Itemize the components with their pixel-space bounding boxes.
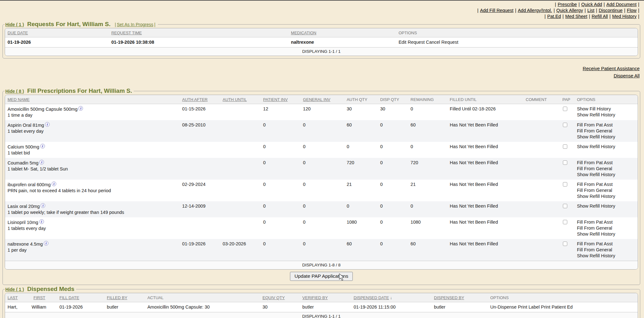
- med-row-lasix: Lasix oral 20mgi1 tablet po weekly; take…: [5, 201, 638, 217]
- nav-link-add-allergy-intol[interactable]: Add Allergy/Intol.: [518, 8, 552, 13]
- col-last[interactable]: LAST: [5, 293, 31, 302]
- nav-link-list[interactable]: List: [587, 8, 595, 13]
- patient-inv-value: 12: [261, 104, 301, 120]
- col-comment: COMMENT: [523, 95, 560, 104]
- col-patient-inv[interactable]: PATIENT INV: [261, 95, 301, 104]
- col-verified-by[interactable]: VERIFIED BY: [300, 293, 351, 302]
- med-name: Aspirin Oral 81mg: [8, 123, 44, 128]
- comment-value: [523, 239, 560, 261]
- row-options[interactable]: Fill From Pat Asst Fill From General Sho…: [575, 217, 638, 239]
- info-icon[interactable]: i: [78, 106, 83, 111]
- med-directions: PRN pain, not to exceed 4 tablets in 24 …: [8, 188, 177, 194]
- nav-link-quick-add[interactable]: Quick Add: [581, 2, 602, 7]
- info-icon[interactable]: i: [39, 219, 44, 224]
- col-auth-after[interactable]: AUTH AFTER: [180, 95, 220, 104]
- update-pap-button[interactable]: Update PAP Applications: [290, 272, 353, 281]
- col-medication[interactable]: MEDICATION: [288, 28, 396, 37]
- med-row-calcium: Calcium 500mgi1 tablet bid 0 0 0 0 0 Has…: [5, 142, 638, 158]
- col-equiv-qty[interactable]: EQUIV QTY: [260, 293, 300, 302]
- disp-qty-value: 30: [378, 104, 408, 120]
- col-general-inv[interactable]: GENERAL INV: [301, 95, 344, 104]
- general-inv-value: 0: [301, 217, 344, 239]
- dispense-all-link[interactable]: Dispense All: [0, 72, 640, 79]
- nav-link-add-document[interactable]: Add Document: [606, 2, 636, 7]
- info-icon[interactable]: i: [45, 122, 50, 127]
- pap-checkbox[interactable]: [563, 160, 567, 165]
- row-options[interactable]: Fill From Pat Asst Fill From General Sho…: [575, 180, 638, 201]
- dispensed-date-value: 01-19-2026 11:15:00: [351, 302, 432, 312]
- button-row: Update PAP Applications: [5, 270, 638, 282]
- nav-link-med-sheet[interactable]: Med Sheet: [565, 14, 587, 19]
- col-request-time[interactable]: REQUEST TIME: [109, 28, 288, 37]
- row-options[interactable]: Show Refill History: [575, 142, 638, 158]
- set-as-in-progress-link[interactable]: Set As In Progress: [117, 22, 153, 27]
- receive-patient-assistance-link[interactable]: Receive Patient Assistance: [0, 65, 640, 72]
- nav-link-med-history[interactable]: Med History: [612, 14, 636, 19]
- col-filled-by[interactable]: FILLED BY: [104, 293, 145, 302]
- info-icon[interactable]: i: [52, 181, 56, 186]
- col-due-date[interactable]: DUE DATE: [5, 28, 109, 37]
- dispensed-meds-table: LAST FIRST FILL DATE FILLED BY ACTUAL EQ…: [5, 293, 638, 318]
- info-icon[interactable]: i: [40, 144, 45, 148]
- col-auth-until[interactable]: AUTH UNTIL: [220, 95, 261, 104]
- med-name: Amoxicillin 500mg Capsule 500mg: [8, 107, 77, 112]
- row-options[interactable]: Show Fill History Show Refill History: [575, 104, 638, 120]
- requests-hide-link[interactable]: Hide ( 1 ): [5, 22, 24, 27]
- nav-link-discontinue[interactable]: Discontinue: [599, 8, 623, 13]
- auth-until-value: [220, 142, 261, 158]
- med-name: Coumadin 5mg: [8, 160, 38, 165]
- auth-after-value: 02-29-2024: [180, 180, 220, 201]
- pap-checkbox[interactable]: [563, 123, 567, 127]
- fill-hide-link[interactable]: Hide ( 8 ): [5, 89, 24, 94]
- col-med-name[interactable]: MED NAME: [5, 95, 180, 104]
- col-dispensed-date[interactable]: DISPENSED DATE ↓: [351, 293, 432, 302]
- col-fill-date[interactable]: FILL DATE: [57, 293, 104, 302]
- med-directions: 1 tablet po weekly; take if weight great…: [8, 209, 177, 215]
- filled-by-value: butler: [104, 302, 145, 312]
- info-icon[interactable]: i: [41, 203, 45, 208]
- auth-until-value: [220, 120, 261, 142]
- med-name: naltrexone 4.5mg: [8, 242, 43, 247]
- med-row-amoxicillin: Amoxicillin 500mg Capsule 500mgi1 time a…: [5, 104, 638, 120]
- filled-until-value: Has Not Yet Been Filled: [447, 120, 523, 142]
- col-dispensed-by[interactable]: DISPENSED BY: [431, 293, 488, 302]
- nav-link-pat-ed[interactable]: Pat.Ed: [547, 14, 561, 19]
- pap-checkbox[interactable]: [563, 182, 567, 187]
- pap-checkbox[interactable]: [563, 220, 567, 224]
- nav-link-add-fill-request[interactable]: Add Fill Request: [480, 8, 514, 13]
- disp-qty-value: 0: [378, 120, 408, 142]
- nav-link-refill-all[interactable]: Refill All: [592, 14, 608, 19]
- fill-prescriptions-section: Hide ( 8 ) Fill Prescriptions For Hart, …: [3, 87, 640, 285]
- separator: |: [115, 22, 116, 27]
- pap-checkbox[interactable]: [563, 204, 567, 208]
- filled-until-value: Has Not Yet Been Filled: [447, 217, 523, 239]
- equiv-qty-value: 30: [260, 302, 300, 312]
- col-first[interactable]: FIRST: [31, 293, 57, 302]
- dispensed-hide-link[interactable]: Hide ( 1 ): [5, 287, 24, 292]
- requests-section: Hide ( 1 ) Requests For Hart, William S.…: [3, 21, 640, 59]
- nav-link-prescribe[interactable]: Prescribe: [558, 2, 577, 7]
- fill-pager: DISPLAYING 1-8 / 8: [5, 261, 638, 270]
- side-links: Receive Patient Assistance Dispense All: [0, 59, 644, 87]
- general-inv-value: 0: [301, 158, 344, 180]
- first-value: William: [31, 302, 57, 312]
- row-options[interactable]: Show Refill History: [575, 201, 638, 217]
- nav-link-flow[interactable]: Flow: [627, 8, 637, 13]
- info-icon[interactable]: i: [44, 241, 48, 246]
- row-options[interactable]: Fill From Pat Asst Fill From General Sho…: [575, 120, 638, 142]
- comment-value: [523, 180, 560, 201]
- request-row-options[interactable]: Edit Request Cancel Request: [396, 37, 638, 47]
- nav-link-quick-allergy[interactable]: Quick Allergy: [556, 8, 583, 13]
- row-options[interactable]: Fill From Pat Asst Fill From General Sho…: [575, 158, 638, 180]
- remaining-value: 60: [408, 120, 447, 142]
- info-icon[interactable]: i: [39, 160, 44, 165]
- filled-until-value: Has Not Yet Been Filled: [447, 158, 523, 180]
- dispensed-row-options[interactable]: Un-Dispense Print Label Print Patient Ed: [488, 302, 638, 312]
- patient-inv-value: 0: [261, 239, 301, 261]
- row-options[interactable]: Fill From Pat Asst Fill From General Sho…: [575, 239, 638, 261]
- fill-title: Fill Prescriptions For Hart, William S.: [27, 87, 132, 94]
- pap-checkbox[interactable]: [563, 242, 567, 246]
- pap-checkbox[interactable]: [563, 144, 567, 149]
- request-row: 01-19-2026 01-19-2026 10:38:08 naltrexon…: [5, 37, 638, 47]
- pap-checkbox[interactable]: [563, 107, 567, 111]
